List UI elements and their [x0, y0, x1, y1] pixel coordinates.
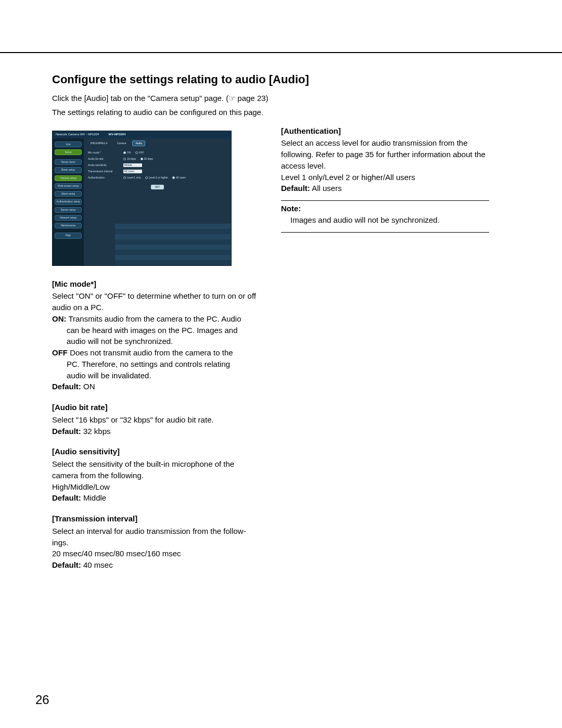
intv-default: Default: 40 msec: [52, 559, 260, 571]
sc-setup-menu[interactable]: Setup menu: [55, 159, 82, 165]
sc-tab-camera[interactable]: Camera: [114, 141, 130, 146]
auth-desc: Select an access level for audio transmi…: [281, 137, 489, 171]
sc-form: Mic mode * ON OFF Audio bit rate 16 kbps: [84, 148, 231, 191]
sc-alarm[interactable]: Alarm setup: [55, 191, 82, 197]
sens-desc2: High/Middle/Low: [52, 481, 260, 493]
rate-title: [Audio bit rate]: [52, 402, 260, 413]
sc-mic-off[interactable]: OFF: [135, 151, 144, 155]
sc-lbl-mic: Mic mode *: [88, 151, 123, 155]
sc-maint[interactable]: Maintenance: [55, 223, 82, 228]
sc-auth-l2-lbl: Level 2 or higher: [149, 176, 168, 180]
sens-desc1: Select the sensitivity of the built-in m…: [52, 458, 260, 481]
on-label: ON:: [52, 314, 67, 323]
auth-opts: Level 1 only/Level 2 or higher/All users: [281, 172, 489, 183]
radio-dot-icon: [172, 176, 175, 179]
auth-default-label: Default:: [281, 184, 310, 193]
sc-basic[interactable]: Basic setup: [55, 167, 82, 173]
sc-auth[interactable]: Authentication setup: [55, 199, 82, 205]
auth-title: [Authentication]: [281, 125, 489, 137]
top-rule: [0, 52, 562, 53]
sc-auth-l2[interactable]: Level 2 or higher: [145, 176, 168, 180]
sc-lbl-intv: Transmission interval: [88, 170, 123, 173]
sc-tabs: JPEG/MPEG-4 Camera Audio: [84, 138, 231, 148]
sc-tab-audio[interactable]: Audio: [132, 141, 145, 146]
sc-rate-16-lbl: 16 kbps: [127, 157, 136, 161]
intv-title: [Transmission interval]: [52, 513, 260, 525]
sc-row-intv: Transmission interval 40 msec: [88, 169, 227, 174]
sc-tab-jpeg[interactable]: JPEG/MPEG-4: [87, 141, 111, 146]
intv-desc1a: Select an interval for audio transmissio…: [52, 526, 260, 537]
note-rule-top: [281, 200, 489, 201]
sc-sidebar: Live Setup Setup menu Basic setup Camera…: [53, 138, 84, 265]
off-line2: PC. Therefore, no settings and controls …: [52, 359, 260, 370]
on-rest-1: Transmits audio from the camera to the P…: [67, 314, 241, 323]
sc-help[interactable]: Help: [55, 233, 82, 238]
sc-auth-all-lbl: All users: [176, 176, 186, 180]
rate-desc: Select "16 kbps" or "32 kbps" for audio …: [52, 414, 260, 426]
note-body: Images and audio will not be synchronize…: [281, 214, 489, 226]
sc-lbl-rate: Audio bit rate: [88, 157, 123, 161]
intv-desc1b: ings.: [52, 537, 260, 548]
off-line3: audio will be invalidated.: [52, 370, 260, 381]
sc-multi[interactable]: Multi-screen setup: [55, 183, 82, 189]
sc-main: JPEG/MPEG-4 Camera Audio Mic mode * ON O…: [84, 138, 231, 265]
auth-default: Default: All users: [281, 183, 489, 194]
sc-lbl-auth: Authentication: [88, 176, 123, 180]
sc-rate-32[interactable]: 32 kbps: [140, 157, 154, 161]
sc-stripes: [115, 224, 231, 265]
mic-default: Default: ON: [52, 381, 260, 392]
sc-auth-l1[interactable]: Level 1 only: [123, 176, 141, 180]
rate-default-label: Default:: [52, 427, 81, 436]
sc-set-button[interactable]: SET: [151, 185, 164, 189]
mic-off: OFF Does not transmit audio from the cam…: [52, 347, 260, 359]
sc-server[interactable]: Server setup: [55, 207, 82, 213]
camera-ui-screenshot: Network Camera WV - NP1004 WV-NP1004 Liv…: [52, 131, 232, 266]
sc-auth-l1-lbl: Level 1 only: [127, 176, 141, 180]
lead-1b: page 23): [235, 94, 268, 103]
radio-dot-icon: [123, 151, 126, 154]
radio-dot-icon: [140, 158, 143, 160]
page-number: 26: [35, 693, 49, 707]
sc-row-rate: Audio bit rate 16 kbps 32 kbps: [88, 157, 227, 162]
mic-desc: Select "ON" or "OFF" to determine whethe…: [52, 290, 260, 313]
sc-row-mic: Mic mode * ON OFF: [88, 150, 227, 156]
sens-default: Default: Middle: [52, 492, 260, 504]
sc-intv-select[interactable]: 40 msec: [123, 170, 142, 173]
radio-dot-icon: [145, 176, 148, 179]
off-label: OFF: [52, 348, 68, 357]
mic-on: ON: Transmits audio from the camera to t…: [52, 313, 260, 325]
auth-default-val: All users: [310, 184, 342, 193]
sc-live[interactable]: Live: [55, 142, 82, 147]
sc-mic-off-lbl: OFF: [139, 151, 144, 155]
sc-network[interactable]: Network setup: [55, 215, 82, 221]
intv-desc2: 20 msec/40 msec/80 msec/160 msec: [52, 548, 260, 559]
sens-default-label: Default:: [52, 493, 81, 502]
radio-dot-icon: [123, 176, 126, 179]
sc-row-sens: Audio sensitivity Middle: [88, 163, 227, 168]
sens-title: [Audio sensitivity]: [52, 446, 260, 457]
hand-icon: ☞: [228, 94, 235, 103]
rate-default-val: 32 kbps: [81, 427, 111, 436]
on-line3: audio will not be synchronized.: [52, 336, 260, 347]
sc-sens-select[interactable]: Middle: [123, 163, 142, 167]
sc-rate-32-lbl: 32 kbps: [144, 157, 154, 161]
sc-brand: Network Camera WV - NP1004: [56, 132, 99, 137]
sc-lbl-sens: Audio sensitivity: [88, 163, 123, 167]
lead-1: Click the [Audio] tab on the "Camera set…: [52, 93, 520, 105]
sc-auth-all[interactable]: All users: [172, 176, 186, 180]
sc-mic-on[interactable]: ON: [123, 151, 131, 155]
mic-default-val: ON: [81, 382, 95, 391]
sc-camera[interactable]: Camera setup: [55, 175, 82, 181]
sc-rate-16[interactable]: 16 kbps: [123, 157, 136, 161]
note-rule-bottom: [281, 232, 489, 233]
intv-default-val: 40 msec: [81, 560, 113, 569]
sc-header: Network Camera WV - NP1004 WV-NP1004: [53, 131, 231, 138]
note-label: Note:: [281, 203, 489, 214]
page-title: Configure the settings relating to audio…: [52, 73, 520, 86]
off-rest-1: Does not transmit audio from the camera …: [68, 348, 233, 357]
on-line2: can be heard with images on the PC. Imag…: [52, 325, 260, 336]
sens-default-val: Middle: [81, 493, 106, 502]
mic-default-label: Default:: [52, 382, 81, 391]
sc-setup[interactable]: Setup: [55, 149, 82, 155]
intv-default-label: Default:: [52, 560, 81, 569]
